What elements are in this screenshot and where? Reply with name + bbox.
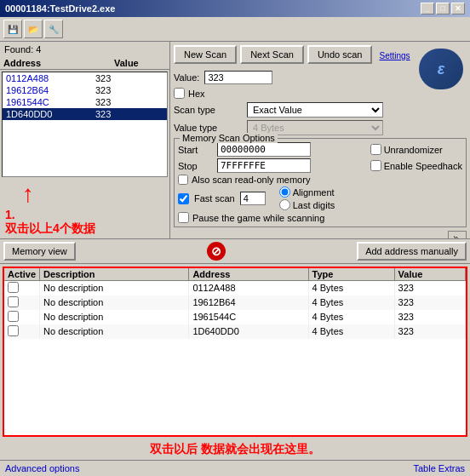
scan-type-row: Scan type Exact Value (174, 102, 467, 118)
pause-checkbox[interactable] (178, 212, 189, 223)
description-cell: No description (40, 295, 189, 310)
alignment-radio[interactable] (279, 186, 290, 198)
hex-checkbox[interactable] (174, 88, 185, 99)
last-digits-radio[interactable] (279, 199, 290, 210)
footer-bar: Advanced options Table Extras (0, 460, 470, 476)
title-text: 00001184:TestDrive2.exe (5, 3, 115, 14)
settings-label[interactable]: Settings (379, 51, 410, 60)
value-cell: 323 (394, 280, 465, 295)
annotation-number: 1. (5, 208, 164, 221)
hex-label: Hex (188, 89, 205, 99)
table-row[interactable]: No description 19612B64 4 Bytes 323 (4, 295, 466, 310)
value-header: Value (114, 58, 165, 68)
table-row[interactable]: No description 1D640DD0 4 Bytes 323 (4, 324, 466, 339)
description-cell: No description (40, 324, 189, 339)
bottom-section: Active Description Address Type Value No… (0, 264, 470, 461)
last-digits-label: Last digits (293, 200, 335, 210)
stop-icon[interactable]: ⊘ (207, 242, 226, 261)
address-cell: 1D640DD0 (6, 109, 87, 119)
annotation-text: 双击以上4个数据 (5, 221, 164, 237)
list-item[interactable]: 19612B64323 (3, 84, 167, 96)
stop-input[interactable] (217, 158, 311, 173)
next-scan-button[interactable]: Next Scan (240, 45, 304, 64)
memory-options-legend: Memory Scan Options (180, 133, 278, 143)
active-cell[interactable] (4, 324, 40, 339)
fast-scan-row: Fast scan (178, 192, 266, 205)
address-cell: 1D640DD0 (189, 324, 308, 339)
advanced-options-link[interactable]: Advanced options (5, 463, 79, 473)
speedhack-checkbox[interactable] (370, 160, 381, 171)
undo-scan-button[interactable]: Undo scan (307, 45, 373, 64)
toolbar: 💾 📂 🔧 (0, 17, 470, 42)
stop-label: Stop (178, 161, 212, 171)
table-header-row: Active Description Address Type Value (4, 268, 466, 281)
address-header: Address (3, 58, 89, 68)
alignment-label: Alignment (293, 187, 335, 198)
right-panel: New Scan Next Scan Undo scan ε Settings … (170, 42, 470, 238)
active-cell[interactable] (4, 295, 40, 310)
speedhack-row: Enable Speedhack (370, 160, 462, 171)
type-cell: 4 Bytes (308, 295, 394, 310)
pause-row: Pause the game while scanning (178, 212, 462, 223)
col-description: Description (40, 268, 189, 281)
hex-row: Hex (174, 88, 467, 99)
list-item[interactable]: 1D640DD0323 (3, 108, 167, 120)
pause-label: Pause the game while scanning (192, 213, 324, 223)
table-extras-link[interactable]: Table Extras (413, 463, 465, 473)
type-cell: 4 Bytes (308, 280, 394, 295)
memory-options-group: Memory Scan Options Start Stop (174, 138, 467, 227)
value-cell: 323 (95, 85, 138, 95)
list-item[interactable]: 1961544C323 (3, 96, 167, 108)
active-cell[interactable] (4, 280, 40, 295)
main-body: Found: 4 Address Value 0112A48832319612B… (0, 42, 470, 238)
address-list[interactable]: 0112A48832319612B643231961544C3231D640DD… (2, 72, 168, 177)
active-cell[interactable] (4, 310, 40, 324)
window-controls: _ □ ✕ (421, 3, 465, 14)
type-cell: 4 Bytes (308, 324, 394, 339)
address-cell: 1961544C (6, 97, 87, 107)
scan-buttons-row: New Scan Next Scan Undo scan ε Settings (174, 45, 467, 64)
fast-scan-input[interactable] (240, 192, 266, 205)
col-active: Active (4, 268, 40, 281)
bottom-annotation: 双击以后 数据就会出现在这里。 (0, 439, 470, 460)
col-value: Value (394, 268, 465, 281)
bottom-table-area: Active Description Address Type Value No… (3, 267, 467, 438)
also-scan-label: Also scan read-only memory (192, 175, 310, 185)
type-cell: 4 Bytes (308, 310, 394, 324)
also-scan-checkbox[interactable] (178, 175, 188, 185)
unrandomizer-checkbox[interactable] (370, 144, 381, 155)
scan-type-select[interactable]: Exact Value (247, 102, 383, 118)
toolbar-btn-3[interactable]: 🔧 (44, 20, 63, 38)
address-cell: 1961544C (189, 310, 308, 324)
found-label: Found: 4 (0, 42, 169, 57)
value-cell: 323 (394, 295, 465, 310)
maximize-button[interactable]: □ (436, 3, 450, 14)
toolbar-btn-1[interactable]: 💾 (3, 20, 22, 38)
value-label: Value: (174, 72, 199, 83)
value-cell: 323 (394, 310, 465, 324)
value-input[interactable] (204, 71, 272, 84)
value-type-label: Value type (174, 123, 242, 133)
new-scan-button[interactable]: New Scan (174, 45, 237, 64)
close-button[interactable]: ✕ (451, 3, 465, 14)
address-cell: 0112A488 (189, 280, 308, 295)
list-item[interactable]: 0112A488323 (3, 72, 167, 84)
title-bar: 00001184:TestDrive2.exe _ □ ✕ (0, 0, 470, 17)
minimize-button[interactable]: _ (421, 3, 434, 14)
col-address: Address (189, 268, 308, 281)
toolbar-btn-2[interactable]: 📂 (24, 20, 43, 38)
start-input[interactable] (217, 142, 311, 157)
table-row[interactable]: No description 0112A488 4 Bytes 323 (4, 280, 466, 295)
start-row: Start (178, 142, 364, 157)
address-table: Active Description Address Type Value No… (4, 268, 466, 339)
unrandomizer-row: Unrandomizer (370, 144, 462, 155)
pointer-icon[interactable]: 🖱 (448, 231, 467, 238)
memory-view-button[interactable]: Memory view (3, 242, 76, 261)
add-address-button[interactable]: Add address manually (357, 242, 467, 261)
alignment-group: Alignment Last digits (279, 186, 335, 210)
left-panel: Found: 4 Address Value 0112A48832319612B… (0, 42, 170, 238)
scan-type-label: Scan type (174, 105, 242, 115)
fast-scan-checkbox[interactable] (178, 193, 189, 204)
table-row[interactable]: No description 1961544C 4 Bytes 323 (4, 310, 466, 324)
also-scan-row: Also scan read-only memory (178, 175, 462, 185)
